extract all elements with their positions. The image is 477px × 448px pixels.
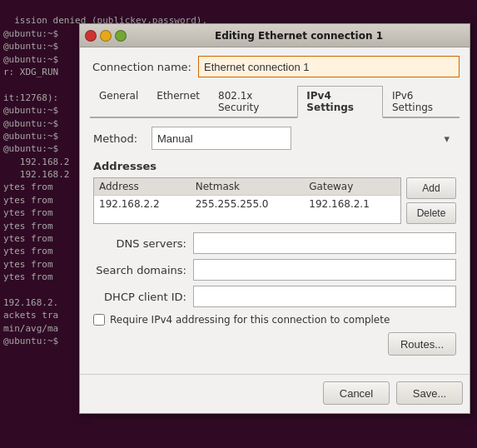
routes-button[interactable]: Routes... (388, 332, 456, 356)
method-row: Method: Manual Automatic (DHCP) Link-Loc… (93, 127, 456, 150)
address-buttons: Add Delete (406, 177, 456, 224)
tab-ipv4-settings[interactable]: IPv4 Settings (297, 86, 383, 118)
table-row[interactable]: 192.168.2.2 255.255.255.0 192.168.2.1 (94, 196, 400, 213)
titlebar: Editing Ethernet connection 1 (80, 24, 470, 47)
dialog-window: Editing Ethernet connection 1 Connection… (79, 23, 470, 414)
addresses-section-title: Addresses (93, 160, 456, 172)
dns-label: DNS servers: (93, 237, 193, 250)
routes-row: Routes... (93, 332, 456, 356)
cell-address: 192.168.2.2 (94, 196, 191, 213)
tabs-bar: General Ethernet 802.1x Security IPv4 Se… (90, 84, 460, 118)
dns-row: DNS servers: (93, 232, 456, 254)
window-controls (85, 30, 127, 42)
dialog-footer: Cancel Save... (80, 374, 470, 413)
cell-netmask: 255.255.255.0 (191, 196, 305, 213)
save-button[interactable]: Save... (396, 381, 463, 405)
table-header-row: Address Netmask Gateway (94, 178, 400, 196)
tab-general[interactable]: General (90, 86, 147, 118)
connection-name-input[interactable] (198, 56, 460, 77)
dhcp-client-id-row: DHCP client ID: (93, 286, 456, 307)
close-button[interactable] (85, 30, 97, 42)
addresses-table-wrapper: Address Netmask Gateway 192.168.2.2 255.… (93, 177, 401, 224)
dhcp-client-id-input[interactable] (193, 286, 456, 307)
method-label: Method: (93, 132, 152, 145)
minimize-button[interactable] (100, 30, 112, 42)
dhcp-client-id-label: DHCP client ID: (93, 291, 193, 303)
add-address-button[interactable]: Add (406, 177, 456, 199)
method-select-wrapper: Manual Automatic (DHCP) Link-Local Only … (152, 127, 456, 150)
addresses-container: Address Netmask Gateway 192.168.2.2 255.… (93, 177, 456, 224)
tab-ethernet[interactable]: Ethernet (147, 86, 209, 118)
connection-name-label: Connection name: (90, 61, 198, 73)
maximize-button[interactable] (115, 30, 127, 42)
search-domains-input[interactable] (193, 259, 456, 281)
col-header-gateway: Gateway (304, 178, 400, 196)
require-ipv4-row: Require IPv4 addressing for this connect… (93, 314, 456, 326)
require-ipv4-checkbox[interactable] (93, 314, 105, 326)
tab-content: Method: Manual Automatic (DHCP) Link-Loc… (90, 127, 460, 356)
method-select[interactable]: Manual Automatic (DHCP) Link-Local Only … (152, 127, 291, 150)
delete-address-button[interactable]: Delete (406, 202, 456, 224)
col-header-netmask: Netmask (191, 178, 305, 196)
dialog-body: Connection name: General Ethernet 802.1x… (80, 47, 470, 371)
search-domains-row: Search domains: (93, 259, 456, 281)
col-header-address: Address (94, 178, 191, 196)
cancel-button[interactable]: Cancel (323, 381, 390, 405)
require-ipv4-label: Require IPv4 addressing for this connect… (110, 314, 390, 326)
tab-8021x-security[interactable]: 802.1x Security (209, 86, 297, 118)
connection-name-row: Connection name: (90, 56, 460, 77)
addresses-table: Address Netmask Gateway 192.168.2.2 255.… (94, 178, 400, 212)
dns-input[interactable] (193, 232, 456, 254)
search-domains-label: Search domains: (93, 264, 193, 276)
dialog-title: Editing Ethernet connection 1 (133, 30, 465, 42)
tab-ipv6-settings[interactable]: IPv6 Settings (383, 86, 460, 118)
cell-gateway: 192.168.2.1 (304, 196, 400, 213)
